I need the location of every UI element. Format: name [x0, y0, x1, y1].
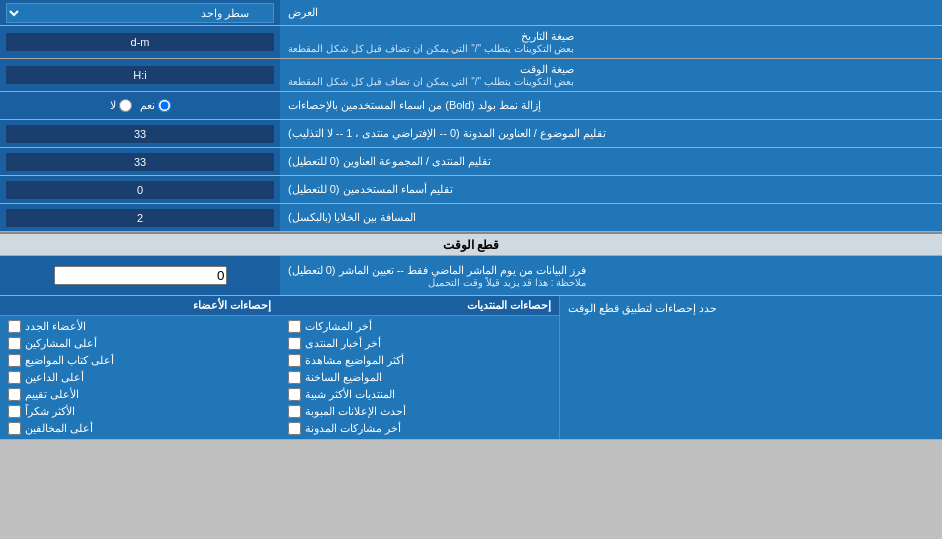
- checkbox-item: أعلى كتاب المواضيع: [8, 354, 114, 367]
- snapshot-section-header: قطع الوقت: [0, 232, 942, 256]
- col2-items: الأعضاء الجددأعلى المشاركينأعلى كتاب الم…: [0, 316, 280, 439]
- checkbox-item: المواضيع الساخنة: [288, 371, 382, 384]
- checkbox-input[interactable]: [288, 320, 301, 333]
- checkbox-input[interactable]: [8, 371, 21, 384]
- checkbox-item: الأكثر شكراً: [8, 405, 75, 418]
- col1-items: أخر المشاركاتأخر أخبار المنتدىأكثر الموا…: [280, 316, 560, 439]
- checkbox-input[interactable]: [8, 388, 21, 401]
- cell-distance-input[interactable]: [6, 209, 274, 227]
- topics-titles-input-area: [0, 120, 280, 147]
- checkbox-input[interactable]: [288, 354, 301, 367]
- checkbox-item: الأعضاء الجدد: [8, 320, 86, 333]
- usernames-trim-label: تقليم أسماء المستخدمين (0 للتعطيل): [280, 176, 942, 203]
- radio-yes-label[interactable]: نعم: [140, 99, 171, 112]
- snapshot-input-area: [0, 256, 280, 295]
- checkbox-input[interactable]: [288, 371, 301, 384]
- checkbox-input[interactable]: [288, 388, 301, 401]
- radio-no-label[interactable]: لا: [110, 99, 132, 112]
- forum-titles-input[interactable]: [6, 153, 274, 171]
- usernames-trim-input-area: [0, 176, 280, 203]
- date-format-input-area: [0, 26, 280, 58]
- checkbox-input[interactable]: [288, 405, 301, 418]
- topics-titles-input[interactable]: [6, 125, 274, 143]
- checkbox-input[interactable]: [288, 422, 301, 435]
- date-format-input[interactable]: [6, 33, 274, 51]
- col1-header: إحصاءات المنتديات: [280, 296, 560, 316]
- header-label: العرض: [280, 0, 942, 25]
- limit-label: حدد إحصاءات لتطبيق قطع الوقت: [560, 296, 942, 439]
- checkbox-input[interactable]: [8, 422, 21, 435]
- forum-titles-label: تقليم المنتدى / المجموعة العناوين (0 للت…: [280, 148, 942, 175]
- checkbox-item: أحدث الإعلانات المبوبة: [288, 405, 406, 418]
- checkbox-item: أعلى الداعين: [8, 371, 84, 384]
- time-format-input[interactable]: [6, 66, 274, 84]
- display-select[interactable]: سطر واحدسطرانثلاثة أسطر: [6, 3, 274, 23]
- checkbox-input[interactable]: [288, 337, 301, 350]
- bold-remove-radio-area: نعم لا: [0, 92, 280, 119]
- display-select-area[interactable]: سطر واحدسطرانثلاثة أسطر: [0, 0, 280, 25]
- radio-yes[interactable]: [158, 99, 171, 112]
- checkbox-item: أعلى المخالفين: [8, 422, 93, 435]
- checkbox-item: المنتديات الأكثر شبية: [288, 388, 395, 401]
- snapshot-label: فرز البيانات من يوم الماشر الماضي فقط --…: [280, 256, 942, 295]
- forum-titles-input-area: [0, 148, 280, 175]
- radio-no[interactable]: [119, 99, 132, 112]
- checkbox-item: أكثر المواضيع مشاهدة: [288, 354, 404, 367]
- checkbox-item: الأعلى تقييم: [8, 388, 79, 401]
- checkbox-input[interactable]: [8, 405, 21, 418]
- checkbox-item: أخر مشاركات المدونة: [288, 422, 401, 435]
- date-format-label: صيغة التاريخ بعض التكوينات يتطلب "/" الت…: [280, 26, 942, 58]
- cell-distance-input-area: [0, 204, 280, 231]
- time-format-input-area: [0, 59, 280, 91]
- time-format-label: صيغة الوقت بعض التكوينات يتطلب "/" التي …: [280, 59, 942, 91]
- checkbox-item: أخر أخبار المنتدى: [288, 337, 381, 350]
- checkbox-item: أعلى المشاركين: [8, 337, 97, 350]
- col2-header: إحصاءات الأعضاء: [0, 296, 280, 316]
- checkbox-item: أخر المشاركات: [288, 320, 372, 333]
- checkbox-input[interactable]: [8, 320, 21, 333]
- usernames-trim-input[interactable]: [6, 181, 274, 199]
- bold-remove-label: إزالة نمط بولد (Bold) من اسماء المستخدمي…: [280, 92, 942, 119]
- topics-titles-label: تقليم الموضوع / العناوين المدونة (0 -- ا…: [280, 120, 942, 147]
- snapshot-input[interactable]: [54, 266, 227, 285]
- cell-distance-label: المسافة بين الخلايا (بالبكسل): [280, 204, 942, 231]
- checkbox-input[interactable]: [8, 354, 21, 367]
- checkbox-input[interactable]: [8, 337, 21, 350]
